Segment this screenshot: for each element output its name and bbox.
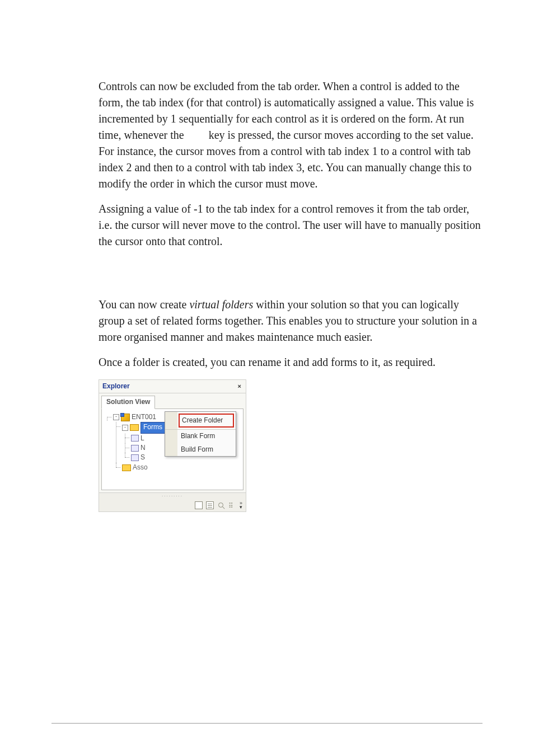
close-icon[interactable]: × [237, 383, 242, 389]
settings-icon[interactable] [228, 501, 236, 509]
tree-label-forms: Forms [140, 422, 165, 433]
folder-icon [122, 464, 131, 471]
paragraph-tab-index-minus1: Assigning a value of -1 to the tab index… [99, 201, 483, 250]
collapse-icon[interactable]: - [113, 414, 119, 420]
tab-solution-view[interactable]: Solution View [101, 396, 155, 408]
panel-grip[interactable]: ········· [99, 492, 246, 499]
explorer-panel: Explorer × Solution View -ENT001 -Forms [99, 379, 246, 512]
overflow-icon[interactable]: » ▾ [240, 501, 242, 509]
search-icon[interactable] [217, 501, 225, 509]
paragraph-virtual-folders: You can now create virtual folders withi… [99, 297, 483, 345]
paragraph-rename-folder: Once a folder is created, you can rename… [99, 354, 483, 370]
tree-node-asso[interactable]: Asso [113, 463, 241, 472]
footer-rule [51, 723, 483, 724]
explorer-toolbar: » ▾ [99, 499, 246, 511]
tree-label: N [140, 443, 146, 453]
tree-label: L [140, 434, 144, 443]
menu-item-blank-form[interactable]: Blank Form [165, 429, 236, 443]
form-icon [131, 445, 139, 452]
menu-item-create-folder[interactable]: Create Folder [179, 414, 234, 428]
collapse-icon[interactable]: - [122, 425, 128, 431]
form-icon [131, 435, 139, 442]
list-icon[interactable] [195, 501, 203, 509]
note-icon[interactable] [206, 501, 214, 509]
explorer-title-text: Explorer [102, 382, 130, 391]
context-menu: Create Folder Blank Form Build Form [165, 411, 236, 457]
chevron-down-icon: ▾ [240, 505, 242, 509]
paragraph-tab-order: Controls can now be excluded from the ta… [99, 78, 483, 192]
tree-label: ENT001 [132, 413, 156, 421]
explorer-titlebar: Explorer × [99, 380, 246, 393]
tree-label: S [140, 453, 145, 462]
tree-label: Asso [133, 463, 148, 472]
menu-item-build-form[interactable]: Build Form [165, 443, 236, 456]
project-icon [121, 414, 130, 421]
form-icon [131, 454, 139, 461]
folder-icon [130, 424, 139, 431]
solution-tree-area: -ENT001 -Forms L N S [101, 408, 243, 490]
term-virtual-folders: virtual folders [189, 298, 253, 311]
text: You can now create [99, 298, 189, 311]
